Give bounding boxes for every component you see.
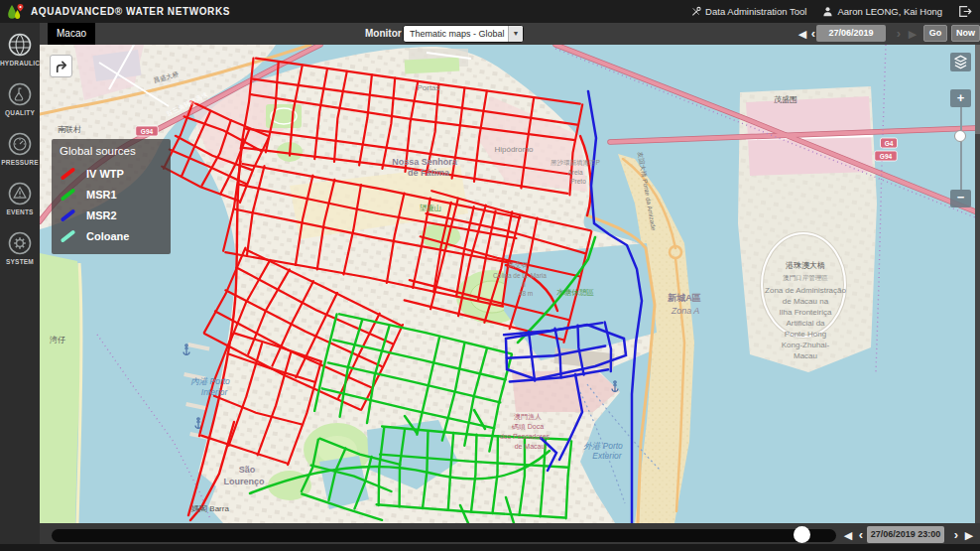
map-label: 外港 Porto bbox=[583, 441, 623, 451]
now-button[interactable]: Now bbox=[951, 25, 980, 42]
map-label: Lourenço bbox=[223, 477, 265, 486]
map-label: São bbox=[239, 465, 256, 475]
sidebar-item-hydraulic[interactable]: HYDRAULIC bbox=[0, 31, 40, 80]
time-next-button[interactable]: › bbox=[893, 25, 905, 43]
bottom-strip bbox=[0, 544, 980, 551]
sidebar-item-label: SYSTEM bbox=[6, 258, 34, 265]
map-label: 碼頭 Doca bbox=[512, 423, 544, 431]
map-label: Macau bbox=[794, 351, 817, 360]
logout-icon[interactable] bbox=[958, 5, 972, 18]
top-bar: AQUADVANCED® WATER NETWORKS Data Adminis… bbox=[0, 0, 980, 23]
timeline-next-fast-button[interactable]: ▶ bbox=[963, 526, 975, 544]
flask-icon bbox=[6, 80, 34, 108]
datetime-input[interactable]: 27/06/2019 23:59 bbox=[816, 25, 886, 42]
data-administration-tool-label: Data Administration Tool bbox=[705, 6, 806, 17]
zoom-in-button[interactable]: + bbox=[950, 89, 971, 107]
app-title: AQUADVANCED® WATER NETWORKS bbox=[31, 6, 230, 17]
map-label: Artificial da bbox=[786, 319, 825, 328]
warning-icon bbox=[6, 180, 34, 207]
map-scrollbar[interactable] bbox=[975, 45, 980, 523]
map-label: 48 m bbox=[519, 290, 533, 297]
map-label: II bbox=[522, 281, 526, 288]
legend-item-label: IV WTP bbox=[86, 168, 124, 180]
sidebar-item-label: PRESSURE bbox=[1, 159, 38, 166]
map-label: 望廈山 bbox=[420, 204, 442, 212]
map-label: 新城A區 bbox=[667, 293, 701, 303]
sidebar-item-quality[interactable]: QUALITY bbox=[0, 80, 40, 130]
sidebar-item-label: EVENTS bbox=[6, 208, 33, 215]
map-label: Preto bbox=[570, 178, 586, 185]
map-label: Nossa Senhora bbox=[392, 157, 458, 167]
sidebar-item-system[interactable]: SYSTEM bbox=[0, 229, 40, 279]
legend-item-label: Coloane bbox=[86, 230, 129, 242]
legend-item-iv-wtp: IV WTP bbox=[60, 163, 163, 184]
toolbar: Macao Monitor Thematic maps - Global sou… bbox=[40, 23, 980, 45]
legend-item-coloane: Coloane bbox=[60, 225, 163, 246]
sidebar-item-label: QUALITY bbox=[5, 109, 35, 116]
map-label: Exterior bbox=[592, 451, 622, 461]
timeline-prev-button[interactable]: ‹ bbox=[855, 526, 867, 544]
map-image: G94G4G94 PortasHipódromo茂盛围南联村湾仔Nossa Se… bbox=[40, 45, 975, 523]
timeline-prev-fast-button[interactable]: ◀ bbox=[842, 526, 854, 544]
timeline-next-button[interactable]: › bbox=[950, 526, 962, 544]
time-next-fast-button[interactable]: ▶ bbox=[907, 25, 919, 43]
app-logo-icon bbox=[5, 3, 25, 21]
map-label: Interior bbox=[201, 387, 229, 397]
timeline-slider-handle[interactable] bbox=[794, 526, 810, 543]
map-label: 馬交石 bbox=[507, 261, 528, 268]
go-button[interactable]: Go bbox=[923, 25, 947, 42]
chevron-down-icon: ▼ bbox=[508, 26, 523, 42]
map-label: de Fátima bbox=[408, 168, 450, 178]
sidebar-item-pressure[interactable]: PRESSURE bbox=[0, 130, 40, 180]
map-label: Zona A bbox=[671, 306, 700, 316]
timeline-datetime-input[interactable]: 27/06/2019 23:00 bbox=[867, 526, 944, 543]
road-badge: G94 bbox=[880, 153, 893, 160]
map-legend: Global sources IV WTPMSR1MSR2Coloane bbox=[52, 139, 171, 254]
layers-button[interactable] bbox=[950, 53, 971, 71]
map-label: 南联村 bbox=[58, 125, 81, 134]
map-label: 黑沙環新填海區P bbox=[551, 159, 600, 167]
user-name: Aaron LEONG, Kai Hong bbox=[837, 6, 942, 17]
back-button[interactable] bbox=[50, 55, 72, 77]
map-canvas[interactable]: G94G4G94 PortasHipódromo茂盛围南联村湾仔Nossa Se… bbox=[40, 45, 975, 523]
map-label: 媽閣 Barra bbox=[191, 504, 229, 513]
legend-item-msr2: MSR2 bbox=[60, 205, 163, 225]
zoom-slider-track[interactable] bbox=[960, 107, 962, 190]
map-label: Kong-Zhuhai- bbox=[782, 341, 830, 349]
app-window: AQUADVANCED® WATER NETWORKS Data Adminis… bbox=[0, 0, 980, 551]
user-icon bbox=[822, 6, 833, 17]
map-label: Areia bbox=[567, 169, 583, 176]
zoom-slider-handle[interactable] bbox=[954, 130, 966, 142]
legend-title: Global sources bbox=[60, 145, 163, 157]
gauge-icon bbox=[6, 130, 34, 158]
map-label: 澳門口岸管理區 bbox=[783, 274, 828, 282]
map-label: Ponte Hong bbox=[785, 330, 826, 339]
monitor-select[interactable]: Thematic maps - Global sources ▼ bbox=[403, 25, 524, 43]
road-badge: G94 bbox=[141, 128, 154, 135]
map-label: 內港 Porto bbox=[190, 376, 230, 386]
legend-color-swatch bbox=[61, 229, 76, 243]
timeline-slider-track[interactable] bbox=[52, 529, 836, 542]
user-menu[interactable]: Aaron LEONG, Kai Hong bbox=[822, 6, 942, 17]
map-label: 湾仔 bbox=[50, 336, 65, 344]
gear-icon bbox=[6, 229, 34, 257]
data-administration-tool-link[interactable]: Data Administration Tool bbox=[690, 6, 806, 17]
sidebar-item-events[interactable]: EVENTS bbox=[0, 180, 40, 229]
tab-macao[interactable]: Macao bbox=[48, 23, 95, 45]
legend-color-swatch bbox=[61, 208, 76, 222]
globe-icon bbox=[6, 31, 34, 59]
legend-item-label: MSR2 bbox=[86, 209, 117, 221]
layers-icon bbox=[953, 55, 968, 69]
tools-icon bbox=[690, 6, 701, 17]
map-label: Ilha Fronteiriça bbox=[780, 308, 832, 317]
zoom-out-button[interactable]: − bbox=[950, 190, 971, 207]
map-label: de Macau bbox=[515, 443, 546, 450]
map-label: 澳門漁人 bbox=[514, 413, 542, 421]
map-label: de Macau na bbox=[783, 297, 829, 306]
map-label: Colina de D. Maria bbox=[493, 272, 547, 279]
monitor-label: Monitor bbox=[365, 23, 402, 45]
legend-color-swatch bbox=[61, 167, 76, 181]
sidebar-item-label: HYDRAULIC bbox=[0, 60, 40, 67]
undo-arrow-icon bbox=[54, 59, 68, 73]
legend-item-label: MSR1 bbox=[86, 189, 117, 201]
